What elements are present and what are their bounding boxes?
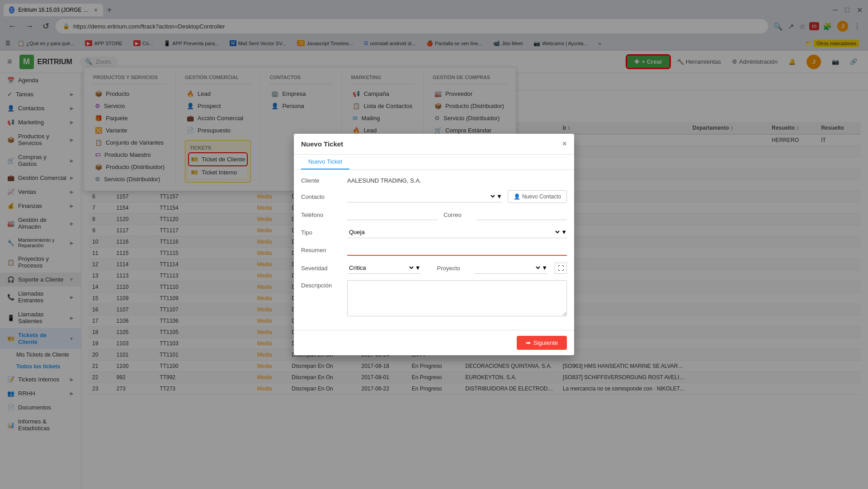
modal-tab-nuevo-ticket[interactable]: Nuevo Ticket bbox=[301, 155, 349, 169]
descripcion-textarea[interactable] bbox=[347, 280, 567, 316]
modal-close-btn[interactable]: × bbox=[562, 139, 567, 149]
proyecto-expand-btn[interactable]: ⛶ bbox=[555, 263, 567, 274]
correo-label: Correo bbox=[443, 212, 471, 218]
contacto-label: Contacto bbox=[301, 193, 342, 200]
modal-body: Cliente AALESUND TRADING, S.A. Contacto … bbox=[294, 170, 574, 330]
proyecto-select-input[interactable] bbox=[474, 264, 542, 272]
siguiente-btn[interactable]: ➡ Siguiente bbox=[517, 336, 567, 350]
cliente-value: AALESUND TRADING, S.A. bbox=[347, 177, 567, 184]
telefono-label: Teléfono bbox=[301, 212, 342, 218]
form-row-descripcion: Descripción bbox=[301, 280, 567, 316]
tipo-select-input[interactable]: Queja bbox=[347, 228, 561, 236]
nuevo-contacto-btn[interactable]: 👤 Nuevo Contacto bbox=[508, 190, 567, 203]
form-row-contacto: Contacto ▼ 👤 Nuevo Contacto bbox=[301, 190, 567, 203]
form-row-severidad-proyecto: Severidad Crítica ▼ Proyecto ▼ ⛶ bbox=[301, 262, 567, 274]
tipo-select[interactable]: Queja ▼ bbox=[347, 226, 567, 238]
modal-tab-label: Nuevo Ticket bbox=[308, 158, 342, 165]
nuevo-ticket-modal: Nuevo Ticket × Nuevo Ticket Cliente AALE… bbox=[294, 134, 574, 355]
resumen-input[interactable] bbox=[347, 244, 567, 256]
select-chevron-icon: ▼ bbox=[415, 264, 421, 271]
severidad-select[interactable]: Crítica ▼ bbox=[347, 262, 421, 274]
btn-label: Nuevo Contacto bbox=[522, 193, 561, 200]
modal-tabs: Nuevo Ticket bbox=[294, 155, 574, 170]
cliente-label: Cliente bbox=[301, 177, 342, 184]
form-row-tipo: Tipo Queja ▼ bbox=[301, 226, 567, 238]
severidad-label: Severidad bbox=[301, 265, 342, 272]
form-row-telefono-correo: Teléfono Correo bbox=[301, 209, 567, 220]
select-chevron-icon: ▼ bbox=[496, 193, 502, 200]
person-add-icon: 👤 bbox=[514, 193, 520, 200]
contacto-select-input[interactable] bbox=[347, 193, 496, 200]
tipo-label: Tipo bbox=[301, 229, 342, 236]
modal-footer: ➡ Siguiente bbox=[294, 330, 574, 355]
proyecto-select[interactable]: ▼ bbox=[474, 262, 548, 274]
severidad-select-input[interactable]: Crítica bbox=[347, 264, 415, 272]
proyecto-label: Proyecto bbox=[437, 265, 469, 272]
telefono-input[interactable] bbox=[347, 209, 438, 220]
modal-title: Nuevo Ticket bbox=[301, 140, 343, 148]
siguiente-label: Siguiente bbox=[533, 339, 558, 346]
form-row-cliente: Cliente AALESUND TRADING, S.A. bbox=[301, 177, 567, 184]
contacto-select[interactable]: ▼ bbox=[347, 191, 502, 202]
resumen-label: Resumen bbox=[301, 247, 342, 254]
correo-input[interactable] bbox=[476, 209, 567, 220]
descripcion-label: Descripción bbox=[301, 280, 342, 289]
form-row-resumen: Resumen bbox=[301, 244, 567, 256]
siguiente-icon: ➡ bbox=[526, 339, 531, 346]
select-chevron-icon: ▼ bbox=[542, 264, 547, 271]
modal-header: Nuevo Ticket × bbox=[294, 134, 574, 155]
select-chevron-icon: ▼ bbox=[561, 229, 567, 235]
